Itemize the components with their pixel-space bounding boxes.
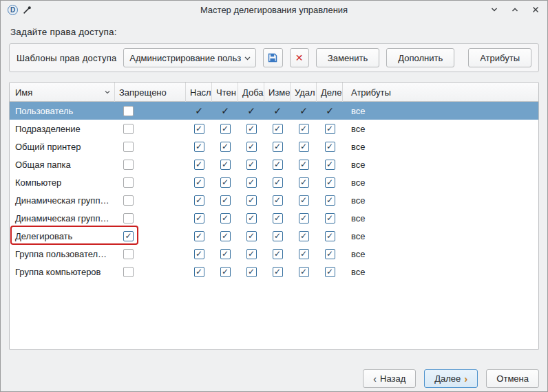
save-template-button[interactable] [263, 48, 282, 67]
permission-checkbox[interactable] [246, 142, 257, 152]
permission-checkbox[interactable] [273, 267, 283, 277]
close-icon[interactable] [531, 5, 540, 14]
permission-checkbox[interactable] [273, 213, 283, 224]
back-button[interactable]: ‹ Назад [363, 369, 416, 388]
permission-checkbox[interactable] [220, 177, 231, 188]
table-row[interactable]: Группа компьютероввсе [10, 263, 538, 281]
permission-checkbox[interactable] [194, 249, 204, 259]
permission-checkbox[interactable] [299, 124, 309, 134]
permission-checkbox[interactable] [325, 160, 335, 170]
permission-checkbox[interactable] [299, 177, 309, 188]
permission-checkbox[interactable] [325, 231, 335, 241]
permission-checkbox[interactable] [220, 195, 231, 206]
permission-checkbox[interactable] [194, 124, 204, 134]
maximize-button[interactable] [510, 5, 520, 14]
permission-checkbox[interactable] [194, 195, 204, 206]
permission-check-icon[interactable]: ✓ [273, 105, 282, 116]
column-header-attributes[interactable]: Атрибуты [343, 83, 538, 102]
permission-checkbox[interactable] [246, 267, 257, 277]
delete-template-button[interactable]: ✕ [290, 48, 309, 67]
next-button[interactable]: Далее › [424, 369, 478, 388]
permission-checkbox[interactable] [220, 142, 231, 152]
table-row[interactable]: Пользователь✓✓✓✓✓✓все [10, 102, 538, 120]
denied-checkbox[interactable] [123, 160, 134, 170]
permission-checkbox[interactable] [273, 124, 283, 134]
replace-button[interactable]: Заменить [316, 48, 379, 67]
table-row[interactable]: Динамическая групп…все [10, 209, 538, 227]
permission-check-icon[interactable]: ✓ [299, 105, 308, 116]
permission-checkbox[interactable] [299, 142, 309, 152]
column-header-delegate[interactable]: Деле [317, 83, 343, 102]
permission-checkbox[interactable] [246, 231, 257, 241]
denied-checkbox[interactable] [123, 231, 134, 241]
permission-checkbox[interactable] [273, 142, 283, 152]
table-row[interactable]: Компьютервсе [10, 173, 538, 191]
permission-check-icon[interactable]: ✓ [195, 105, 203, 116]
permission-checkbox[interactable] [246, 177, 257, 188]
permission-checkbox[interactable] [220, 124, 231, 134]
template-combobox[interactable]: Администрирование польз [123, 48, 256, 67]
permission-checkbox[interactable] [246, 249, 257, 259]
permission-checkbox[interactable] [273, 249, 283, 259]
denied-checkbox[interactable] [123, 124, 134, 134]
column-header-read[interactable]: Чтен [212, 83, 238, 102]
permission-checkbox[interactable] [299, 213, 309, 224]
permission-checkbox[interactable] [246, 124, 257, 134]
denied-checkbox[interactable] [123, 249, 134, 259]
permission-checkbox[interactable] [220, 213, 231, 224]
permission-checkbox[interactable] [220, 160, 231, 170]
cancel-button[interactable]: Отмена [486, 369, 539, 388]
permission-checkbox[interactable] [246, 213, 257, 224]
permission-checkbox[interactable] [325, 142, 335, 152]
column-header-add[interactable]: Доба [238, 83, 264, 102]
permission-checkbox[interactable] [194, 160, 204, 170]
minimize-button[interactable] [489, 5, 499, 14]
permission-checkbox[interactable] [325, 213, 335, 224]
append-button[interactable]: Дополнить [386, 48, 454, 67]
denied-checkbox[interactable] [123, 177, 134, 188]
attributes-button[interactable]: Атрибуты [468, 48, 531, 67]
permission-checkbox[interactable] [220, 267, 231, 277]
permission-checkbox[interactable] [299, 195, 309, 206]
permission-checkbox[interactable] [194, 142, 204, 152]
permission-checkbox[interactable] [194, 231, 204, 241]
table-row[interactable]: Делегироватьвсе [10, 227, 538, 245]
column-header-denied[interactable]: Запрещено [115, 83, 186, 102]
permission-check-icon[interactable]: ✓ [247, 105, 255, 116]
permission-checkbox[interactable] [194, 267, 204, 277]
permission-checkbox[interactable] [273, 177, 283, 188]
column-header-delete[interactable]: Удал [291, 83, 317, 102]
denied-checkbox[interactable] [123, 267, 134, 277]
permission-checkbox[interactable] [273, 231, 283, 241]
permission-checkbox[interactable] [299, 231, 309, 241]
table-row[interactable]: Динамическая групп…все [10, 191, 538, 209]
table-row[interactable]: Группа пользовател…все [10, 245, 538, 263]
column-header-modify[interactable]: Изме [264, 83, 291, 102]
permission-check-icon[interactable]: ✓ [326, 105, 334, 116]
permission-checkbox[interactable] [299, 267, 309, 277]
table-row[interactable]: Общая папкавсе [10, 155, 538, 173]
denied-checkbox[interactable] [123, 106, 134, 116]
permission-checkbox[interactable] [273, 195, 283, 206]
permission-checkbox[interactable] [194, 213, 204, 224]
permission-checkbox[interactable] [220, 249, 231, 259]
column-header-inherit[interactable]: Насл [186, 83, 212, 102]
permission-checkbox[interactable] [220, 231, 231, 241]
denied-checkbox[interactable] [123, 195, 134, 206]
permission-checkbox[interactable] [299, 160, 309, 170]
permission-checkbox[interactable] [273, 160, 283, 170]
permission-checkbox[interactable] [299, 249, 309, 259]
denied-checkbox[interactable] [123, 142, 134, 152]
permission-checkbox[interactable] [325, 267, 335, 277]
permission-checkbox[interactable] [246, 160, 257, 170]
permission-checkbox[interactable] [325, 124, 335, 134]
permission-checkbox[interactable] [246, 195, 257, 206]
permission-checkbox[interactable] [325, 195, 335, 206]
permission-checkbox[interactable] [194, 177, 204, 188]
table-row[interactable]: Общий принтервсе [10, 138, 538, 155]
denied-checkbox[interactable] [123, 213, 134, 224]
permission-checkbox[interactable] [325, 177, 335, 188]
column-header-name[interactable]: Имя [10, 83, 115, 102]
permission-checkbox[interactable] [325, 249, 335, 259]
table-row[interactable]: Подразделениевсе [10, 120, 538, 138]
